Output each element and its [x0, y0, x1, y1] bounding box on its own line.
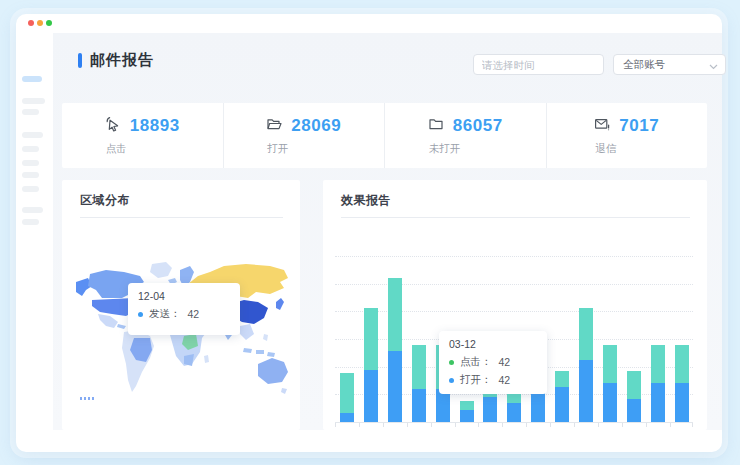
bar-segment-open — [579, 360, 593, 422]
axis-tick — [692, 423, 693, 427]
chart-tooltip-value-open: 42 — [499, 374, 511, 386]
map-region[interactable] — [243, 348, 252, 353]
bar-15[interactable] — [675, 345, 689, 422]
bar-segment-open — [651, 383, 665, 422]
chart-tooltip-date: 03-12 — [449, 338, 537, 350]
bar-1[interactable] — [340, 373, 354, 422]
axis-tick — [335, 423, 336, 427]
sidebar-item-skeleton[interactable] — [22, 132, 43, 138]
sidebar-item-skeleton[interactable] — [22, 219, 39, 225]
date-range-input[interactable] — [474, 59, 617, 71]
effect-report-panel: 效果报告 03-12 点击： 42 打开： 42 — [323, 180, 707, 430]
stats-summary-card: 18893 点击 28069 — [62, 103, 707, 168]
series-dot-click — [449, 360, 454, 365]
cursor-click-icon — [105, 116, 121, 136]
map-region[interactable] — [150, 262, 172, 278]
region-distribution-panel: 区域分布 12-04 发送： 42 — [62, 180, 300, 430]
bar-2[interactable] — [364, 308, 378, 422]
map-region[interactable] — [276, 298, 284, 310]
chart-tooltip: 03-12 点击： 42 打开： 42 — [439, 331, 547, 394]
bar-10[interactable] — [555, 371, 569, 422]
map-region[interactable] — [258, 358, 288, 384]
stat-opened-value: 28069 — [291, 116, 341, 136]
window-controls — [28, 20, 52, 26]
bar-segment-open — [340, 413, 354, 422]
account-select-value: 全部账号 — [623, 58, 665, 72]
bar-3[interactable] — [388, 278, 402, 422]
region-panel-title: 区域分布 — [80, 192, 130, 209]
bar-segment-click — [460, 401, 474, 410]
axis-tick — [598, 423, 599, 427]
bar-13[interactable] — [627, 371, 641, 422]
effect-panel-divider — [341, 217, 690, 218]
bar-segment-click — [579, 308, 593, 360]
axis-tick — [502, 423, 503, 427]
sidebar-item-skeleton[interactable] — [22, 207, 43, 213]
bar-6[interactable] — [460, 401, 474, 422]
stat-clicks-label: 点击 — [106, 142, 127, 156]
close-window-button[interactable] — [28, 20, 34, 26]
bar-segment-open — [675, 383, 689, 422]
stat-unopened-label: 未打开 — [429, 142, 461, 156]
map-tooltip-value: 42 — [188, 308, 200, 320]
minimize-window-button[interactable] — [37, 20, 43, 26]
axis-tick — [383, 423, 384, 427]
map-region[interactable] — [204, 355, 209, 363]
map-region[interactable] — [267, 352, 275, 357]
bar-segment-click — [388, 278, 402, 351]
page-title: 邮件报告 — [90, 51, 154, 70]
bar-11[interactable] — [579, 308, 593, 422]
sidebar-item-skeleton[interactable] — [22, 186, 39, 192]
stat-bounced-value: 7017 — [619, 116, 659, 136]
main-content: 邮件报告 全部账号 — [53, 33, 722, 430]
series-dot-sent — [138, 312, 143, 317]
axis-tick — [670, 423, 671, 427]
bar-14[interactable] — [651, 345, 665, 422]
bar-segment-open — [412, 389, 426, 422]
stat-opened: 28069 打开 — [223, 103, 385, 168]
bar-segment-open — [483, 397, 497, 422]
account-select[interactable]: 全部账号 — [613, 54, 726, 75]
bar-segment-open — [603, 383, 617, 422]
map-tooltip: 12-04 发送： 42 — [128, 283, 240, 335]
effect-panel-title: 效果报告 — [341, 192, 391, 209]
sidebar-item-skeleton[interactable] — [22, 160, 39, 166]
sidebar-item-skeleton[interactable] — [22, 76, 42, 82]
app-window: 邮件报告 全部账号 — [16, 14, 722, 452]
map-region[interactable] — [281, 388, 287, 394]
sidebar-item-skeleton[interactable] — [22, 98, 45, 104]
axis-tick — [622, 423, 623, 427]
chart-gridline — [335, 256, 693, 257]
map-region[interactable] — [256, 350, 264, 354]
bar-segment-click — [340, 373, 354, 413]
chart-tooltip-label-click: 点击： — [460, 355, 492, 369]
sidebar-item-skeleton[interactable] — [22, 146, 39, 152]
date-range-picker[interactable] — [473, 54, 604, 75]
stat-bounced: 7017 退信 — [546, 103, 708, 168]
map-region[interactable] — [240, 324, 254, 340]
map-region[interactable] — [184, 354, 194, 366]
chart-tooltip-value-click: 42 — [499, 356, 511, 368]
chart-x-axis — [335, 422, 693, 423]
sidebar-item-skeleton[interactable] — [22, 172, 39, 178]
map-tooltip-date: 12-04 — [138, 290, 230, 302]
axis-tick — [574, 423, 575, 427]
bar-segment-open — [460, 410, 474, 422]
axis-tick — [407, 423, 408, 427]
axis-tick — [455, 423, 456, 427]
axis-tick — [359, 423, 360, 427]
map-region[interactable] — [98, 314, 118, 328]
map-region[interactable] — [263, 334, 268, 341]
bar-4[interactable] — [412, 345, 426, 422]
axis-tick — [646, 423, 647, 427]
stat-clicks-value: 18893 — [130, 116, 180, 136]
zoom-window-button[interactable] — [46, 20, 52, 26]
bar-segment-open — [436, 389, 450, 422]
chevron-down-icon — [709, 56, 718, 74]
bar-segment-click — [675, 345, 689, 383]
map-region[interactable] — [117, 324, 126, 329]
series-dot-open — [449, 378, 454, 383]
sidebar-item-skeleton[interactable] — [22, 109, 39, 115]
bar-segment-open — [364, 370, 378, 422]
bar-12[interactable] — [603, 345, 617, 422]
